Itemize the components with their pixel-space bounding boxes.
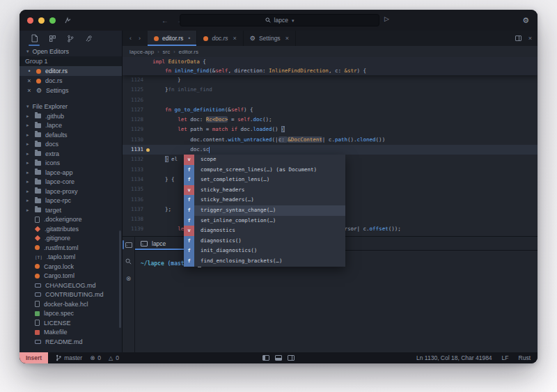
close-window-button[interactable] xyxy=(27,17,33,24)
search-panel-icon[interactable] xyxy=(123,257,135,266)
completion-item[interactable]: vdiagnostics xyxy=(184,226,345,236)
folder-icon xyxy=(35,198,41,203)
problems-panel-icon[interactable]: ⊗ xyxy=(123,274,135,283)
branch-indicator[interactable]: master xyxy=(56,354,82,361)
line-ending[interactable]: LF xyxy=(502,354,509,361)
lightbulb-icon[interactable] xyxy=(146,148,150,152)
completion-item[interactable]: fset_completion_lens(…) xyxy=(184,175,345,185)
file-tree-item[interactable]: ▸icons xyxy=(19,159,122,168)
cursor-position[interactable]: Ln 1130, Col 18, Char 41984 xyxy=(416,354,492,361)
breadcrumb[interactable]: lapce-app›src›editor.rs xyxy=(123,46,538,57)
run-button[interactable]: ▷ xyxy=(384,15,389,22)
completion-item[interactable]: ftrigger_syntax_change(…) xyxy=(184,205,345,216)
tab-doc.rs[interactable]: doc.rs× xyxy=(197,31,243,46)
open-editor-item[interactable]: •editor.rs xyxy=(19,66,122,76)
breadcrumb-segment[interactable]: editor.rs xyxy=(179,49,198,55)
file-tree-item[interactable]: ▸docker-bake.hcl xyxy=(19,299,122,309)
completion-item[interactable]: fdiagnostics() xyxy=(184,236,345,246)
file-tree-item[interactable]: ▸docs xyxy=(19,140,122,150)
line-number: 1129 xyxy=(123,125,143,134)
file-tree-item[interactable]: ▸Makefile xyxy=(19,328,122,338)
minimize-window-button[interactable] xyxy=(38,17,45,24)
sticky-line[interactable]: impl EditorData { xyxy=(123,57,538,66)
warning-count[interactable]: △ 0 xyxy=(109,354,119,361)
completion-item[interactable]: vscope xyxy=(184,155,345,165)
file-tree-item[interactable]: ▸lapce-app xyxy=(19,168,122,178)
close-icon[interactable]: × xyxy=(285,35,289,42)
completion-item[interactable]: finit_diagnostics() xyxy=(184,246,345,256)
file-name: .github xyxy=(45,113,64,120)
file-tree-item[interactable]: ▸Cargo.toml xyxy=(19,272,122,281)
mode-indicator[interactable]: Insert xyxy=(19,352,48,363)
toggle-bottom-panel-icon[interactable] xyxy=(275,355,282,361)
file-tree-item[interactable]: ▸target xyxy=(19,205,122,215)
activity-files-icon[interactable] xyxy=(28,31,40,46)
file-name: lapce-rpc xyxy=(45,197,71,204)
file-tree-item[interactable]: ▸CONTRIBUTING.md xyxy=(19,290,122,300)
language-mode[interactable]: Rust xyxy=(519,354,531,361)
toggle-left-panel-icon[interactable] xyxy=(262,355,269,361)
tab-editor.rs[interactable]: editor.rs• xyxy=(148,31,197,46)
close-icon[interactable]: × xyxy=(26,77,32,84)
file-tree-item[interactable]: ▸lapce-core xyxy=(19,178,122,187)
code-line[interactable]: 1130 doc.content.with_untracked(|c: &Doc… xyxy=(123,135,538,145)
close-icon[interactable]: × xyxy=(26,87,32,94)
settings-gear-icon[interactable]: ⚙ xyxy=(522,16,529,25)
file-tree-item[interactable]: ▸CHANGELOG.md xyxy=(19,281,122,290)
toggle-right-panel-icon[interactable] xyxy=(288,355,295,361)
breadcrumb-segment[interactable]: src xyxy=(162,49,170,55)
file-tree-item[interactable]: ▸[T].taplo.toml xyxy=(19,253,122,262)
file-tree-item[interactable]: ▸.dockerignore xyxy=(19,215,122,225)
file-tree-item[interactable]: ▸defaults xyxy=(19,130,122,140)
open-editors-header[interactable]: ▾ Open Editors xyxy=(19,46,122,56)
editor-pane: ‹ › editor.rs•doc.rs×⚙Settings× × lapce-… xyxy=(123,31,538,352)
file-tree-item[interactable]: ▸README.md xyxy=(19,337,122,347)
terminal-panel-icon[interactable]: › xyxy=(123,240,135,249)
breadcrumb-segment[interactable]: lapce-app xyxy=(130,49,154,55)
open-editor-item[interactable]: ×⚙Settings xyxy=(19,86,122,95)
file-tree-item[interactable]: ▸.rustfmt.toml xyxy=(19,243,122,253)
activity-debug-icon[interactable] xyxy=(82,31,95,46)
completion-item[interactable]: fset_inline_completion(…) xyxy=(184,216,345,226)
tab-Settings[interactable]: ⚙Settings× xyxy=(244,31,296,46)
back-button[interactable]: ← xyxy=(162,17,168,24)
file-tree-item[interactable]: ▸.gitignore xyxy=(19,234,122,244)
code-line[interactable]: 1124 } xyxy=(123,75,538,85)
file-explorer-header[interactable]: ▾ File Explorer xyxy=(19,101,122,111)
command-palette[interactable]: lapce ▾ xyxy=(180,14,379,26)
code-line[interactable]: 1129 let path = match if doc.loaded() { xyxy=(123,125,538,134)
file-tree-item[interactable]: ▸.github xyxy=(19,111,122,121)
code-line[interactable]: 1131 doc.sc xyxy=(123,145,538,155)
file-tree-item[interactable]: ▸lapce.spec xyxy=(19,309,122,319)
completion-item[interactable]: fcompute_screen_lines(…) (as Document) xyxy=(184,165,345,175)
open-editor-item[interactable]: ×doc.rs xyxy=(19,76,122,86)
error-count[interactable]: ⊗ 0 xyxy=(90,354,101,361)
completion-item[interactable]: ffind_enclosing_brackets(…) xyxy=(184,256,345,267)
file-tree-item[interactable]: ▸lapce-proxy xyxy=(19,187,122,196)
file-tree-item[interactable]: ▸lapce-rpc xyxy=(19,196,122,206)
tab-prev-button[interactable]: ‹ xyxy=(130,35,132,42)
sticky-line[interactable]: fn inline_find(&self, direction: InlineF… xyxy=(123,66,538,75)
split-editor-icon[interactable] xyxy=(515,36,521,41)
file-tree-item[interactable]: ▸.lapce xyxy=(19,121,122,131)
close-icon[interactable]: × xyxy=(233,35,237,42)
code-line[interactable]: 1127 fn go_to_definition(&self) { xyxy=(123,105,538,115)
code-line[interactable]: 1125 }fn inline_find xyxy=(123,85,538,95)
close-editor-icon[interactable]: × xyxy=(528,35,532,42)
file-tree-item[interactable]: ▸Cargo.lock xyxy=(19,262,122,272)
tab-next-button[interactable]: › xyxy=(139,35,141,42)
activity-plugins-icon[interactable] xyxy=(46,31,58,46)
completion-item[interactable]: fsticky_headers(…) xyxy=(184,195,345,205)
activity-source-control-icon[interactable] xyxy=(64,31,77,46)
file-tree-item[interactable]: ▸LICENSE xyxy=(19,318,122,328)
makefile-icon xyxy=(35,330,40,335)
completion-item[interactable]: vsticky_headers xyxy=(184,185,345,196)
chevron-right-icon: ▸ xyxy=(26,198,31,203)
file-tree-item[interactable]: ▸.gitattributes xyxy=(19,224,122,234)
sidebar-scrollbar[interactable] xyxy=(119,230,121,328)
code-line[interactable]: 1126 xyxy=(123,95,538,105)
file-tree-item[interactable]: ▸extra xyxy=(19,149,122,159)
code-line[interactable]: 1128 let doc: Rc<Doc> = self.doc(); xyxy=(123,115,538,125)
zoom-window-button[interactable] xyxy=(49,17,56,24)
chevron-right-icon: ▸ xyxy=(26,207,31,213)
